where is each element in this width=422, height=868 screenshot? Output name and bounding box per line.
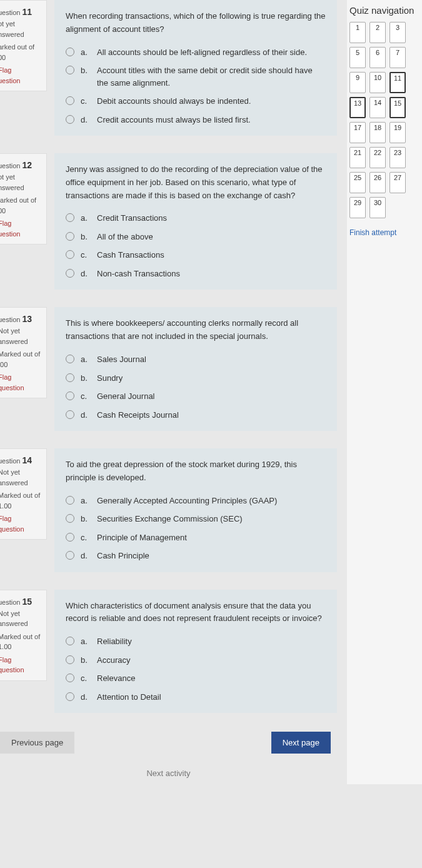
question-number: uestion 14 xyxy=(0,454,43,467)
answer-option[interactable]: d.Attention to Detail xyxy=(66,691,326,704)
flag-question-link[interactable]: Flag question xyxy=(0,513,43,534)
next-activity-label: Next activity xyxy=(0,769,337,778)
nav-question-14[interactable]: 14 xyxy=(369,97,386,118)
nav-question-26[interactable]: 26 xyxy=(369,172,386,193)
option-text: Generally Accepted Accounting Principles… xyxy=(97,495,326,507)
nav-question-11[interactable]: 11 xyxy=(389,72,406,93)
radio-icon[interactable] xyxy=(66,514,74,523)
radio-icon[interactable] xyxy=(66,250,74,259)
answer-option[interactable]: c.Principle of Management xyxy=(66,532,326,544)
question-text: When recording transactions, which of th… xyxy=(66,10,326,36)
answer-option[interactable]: c.Relevance xyxy=(66,672,326,685)
answer-option[interactable]: b.Sundry xyxy=(66,372,326,385)
flag-question-link[interactable]: Flag uestion xyxy=(0,65,43,86)
radio-icon[interactable] xyxy=(66,96,74,105)
answer-option[interactable]: b.Securities Exchange Commission (SEC) xyxy=(66,513,326,525)
answer-option[interactable]: b.All of the above xyxy=(66,231,326,243)
question-status: ot yet nswered xyxy=(0,172,43,193)
answer-option[interactable]: d.Cash Principle xyxy=(66,550,326,562)
question-content: This is where bookkeepers/ accounting cl… xyxy=(54,307,337,431)
nav-question-25[interactable]: 25 xyxy=(349,172,366,193)
radio-icon[interactable] xyxy=(66,410,74,419)
question-text: To aid the great depression of the stock… xyxy=(66,458,326,485)
previous-page-button[interactable]: Previous page xyxy=(0,732,74,754)
radio-icon[interactable] xyxy=(66,115,74,124)
answer-option[interactable]: d.Non-cash Transactions xyxy=(66,268,326,280)
flag-question-link[interactable]: Flag question xyxy=(0,655,43,675)
radio-icon[interactable] xyxy=(66,391,74,400)
nav-question-6[interactable]: 6 xyxy=(369,47,386,68)
option-letter: a. xyxy=(81,46,91,59)
radio-icon[interactable] xyxy=(66,373,74,382)
radio-icon[interactable] xyxy=(66,637,74,645)
question-marked: Marked out of 1.00 xyxy=(0,632,43,652)
flag-question-link[interactable]: Flag uestion xyxy=(0,218,43,239)
answer-option[interactable]: b.Account titles with the same debit or … xyxy=(66,64,326,89)
answer-option[interactable]: a.Sales Journal xyxy=(66,353,326,366)
answer-option[interactable]: c.Cash Transactions xyxy=(66,249,326,261)
option-text: Principle of Management xyxy=(97,532,326,544)
option-text: Debit accounts should always be indented… xyxy=(97,95,326,108)
finish-attempt-link[interactable]: Finish attempt xyxy=(349,228,419,237)
question-block: uestion 15Not yet answeredMarked out of … xyxy=(0,590,337,714)
radio-icon[interactable] xyxy=(66,533,74,542)
radio-icon[interactable] xyxy=(66,66,74,74)
radio-icon[interactable] xyxy=(66,48,74,56)
next-page-button[interactable]: Next page xyxy=(271,732,331,754)
answer-option[interactable]: a.Generally Accepted Accounting Principl… xyxy=(66,495,326,507)
option-letter: b. xyxy=(81,513,91,525)
question-block: uestion 13Not yet answeredMarked out of … xyxy=(0,307,337,431)
nav-question-1[interactable]: 1 xyxy=(349,22,366,43)
option-letter: c. xyxy=(81,672,91,685)
question-number: uestion 11 xyxy=(0,6,43,19)
answer-option[interactable]: a.Reliability xyxy=(66,635,326,648)
option-text: Cash Principle xyxy=(97,550,326,562)
nav-question-19[interactable]: 19 xyxy=(389,122,406,143)
nav-question-30[interactable]: 30 xyxy=(369,197,386,218)
radio-icon[interactable] xyxy=(66,692,74,701)
option-text: Securities Exchange Commission (SEC) xyxy=(97,513,326,525)
radio-icon[interactable] xyxy=(66,496,74,505)
nav-question-10[interactable]: 10 xyxy=(369,72,386,93)
option-letter: c. xyxy=(81,532,91,544)
option-letter: a. xyxy=(81,635,91,648)
nav-question-29[interactable]: 29 xyxy=(349,197,366,218)
answer-option[interactable]: d.Credit accounts must always be listed … xyxy=(66,114,326,126)
radio-icon[interactable] xyxy=(66,355,74,363)
nav-question-18[interactable]: 18 xyxy=(369,122,386,143)
nav-question-3[interactable]: 3 xyxy=(389,22,406,43)
radio-icon[interactable] xyxy=(66,674,74,682)
nav-question-9[interactable]: 9 xyxy=(349,72,366,93)
nav-question-23[interactable]: 23 xyxy=(389,147,406,168)
question-content: To aid the great depression of the stock… xyxy=(54,448,337,572)
option-letter: d. xyxy=(81,268,91,280)
question-marked: tarked out of 00 xyxy=(0,195,43,216)
answer-option[interactable]: c.General Journal xyxy=(66,390,326,403)
answer-option[interactable]: c.Debit accounts should always be indent… xyxy=(66,95,326,108)
nav-question-7[interactable]: 7 xyxy=(389,47,406,68)
answer-option[interactable]: a.All accounts should be left-aligned re… xyxy=(66,46,326,59)
question-marked: arked out of 00 xyxy=(0,42,43,63)
nav-question-15[interactable]: 15 xyxy=(389,97,406,118)
nav-question-22[interactable]: 22 xyxy=(369,147,386,168)
radio-icon[interactable] xyxy=(66,655,74,664)
option-text: General Journal xyxy=(97,390,326,403)
flag-question-link[interactable]: Flag question xyxy=(0,372,43,393)
answer-option[interactable]: d.Cash Receipts Journal xyxy=(66,409,326,421)
radio-icon[interactable] xyxy=(66,232,74,241)
radio-icon[interactable] xyxy=(66,269,74,278)
option-text: Attention to Detail xyxy=(97,691,326,704)
answer-option[interactable]: b.Accuracy xyxy=(66,654,326,667)
option-text: Credit accounts must always be listed fi… xyxy=(97,114,326,126)
nav-question-13[interactable]: 13 xyxy=(349,97,366,118)
nav-question-27[interactable]: 27 xyxy=(389,172,406,193)
radio-icon[interactable] xyxy=(66,551,74,560)
nav-question-2[interactable]: 2 xyxy=(369,22,386,43)
nav-question-17[interactable]: 17 xyxy=(349,122,366,143)
radio-icon[interactable] xyxy=(66,213,74,222)
option-text: All accounts should be left-aligned rega… xyxy=(97,46,326,59)
nav-question-5[interactable]: 5 xyxy=(349,47,366,68)
nav-question-21[interactable]: 21 xyxy=(349,147,366,168)
question-info-box: uestion 13Not yet answeredMarked out of … xyxy=(0,307,47,398)
answer-option[interactable]: a.Credit Transactions xyxy=(66,212,326,225)
